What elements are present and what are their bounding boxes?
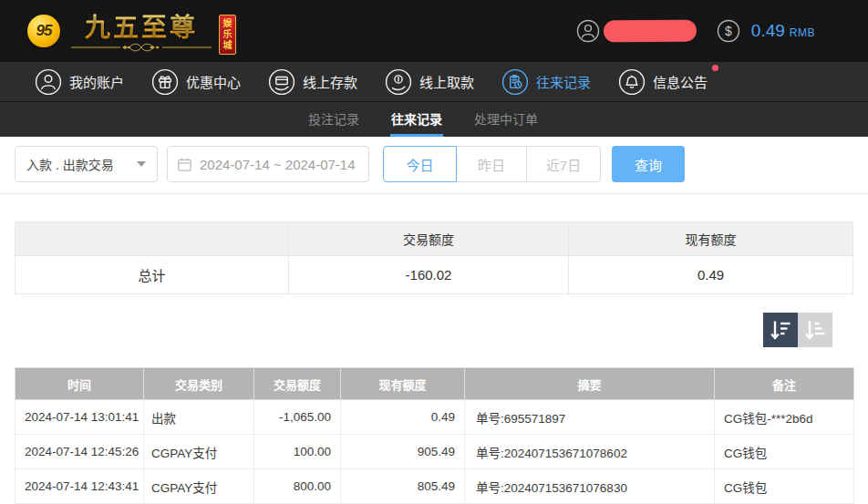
summary-header-row: 交易额度 现有额度 <box>16 222 853 256</box>
header-balance: 现有额度 <box>341 368 465 400</box>
summary-header-empty <box>16 222 289 256</box>
table-row: 2024-07-14 12:45:26 CGPAY支付 100.00 905.4… <box>16 435 854 469</box>
withdraw-icon <box>385 68 412 96</box>
logo-95-icon: 95 <box>27 15 60 47</box>
balance-currency: RMB <box>790 26 815 39</box>
account-icon <box>35 68 62 96</box>
transaction-type-value: 入款 . 出款交易 <box>26 155 114 173</box>
cell-amount: -1,065.00 <box>254 400 341 435</box>
deposit-icon <box>268 68 295 96</box>
account-balance-area: $ 0.49 RMB <box>576 19 815 43</box>
table-row: 2024-07-14 12:43:41 CGPAY支付 800.00 805.4… <box>16 469 854 504</box>
summary-header-balance: 现有额度 <box>569 222 853 256</box>
nav-item-transaction-records[interactable]: 往来记录 <box>501 68 591 96</box>
sort-controls <box>15 313 832 347</box>
date-range-input[interactable]: 2024-07-14 ~ 2024-07-14 <box>167 146 369 182</box>
quick-date-group: 今日 昨日 近7日 <box>383 146 601 182</box>
date-range-value: 2024-07-14 ~ 2024-07-14 <box>200 157 356 172</box>
summary-total-label: 总计 <box>16 256 289 294</box>
header-amount: 交易额度 <box>254 368 341 400</box>
summary-table: 交易额度 现有额度 总计 -160.02 0.49 <box>15 221 853 294</box>
nav-label: 信息公告 <box>653 72 708 91</box>
nav-label: 线上存款 <box>303 72 357 91</box>
notification-dot <box>712 65 718 71</box>
query-button[interactable]: 查询 <box>612 146 685 182</box>
calendar-icon <box>177 157 192 172</box>
content-area: 入款 . 出款交易 2024-07-14 ~ 2024-07-14 今日 昨日 … <box>0 137 868 504</box>
section-divider <box>0 193 868 194</box>
cell-amount: 100.00 <box>254 435 341 469</box>
sort-descending-button[interactable] <box>763 313 798 347</box>
dollar-icon: $ <box>717 19 740 43</box>
user-icon <box>576 19 600 43</box>
chevron-down-icon <box>137 161 146 167</box>
cell-summary: 单号:202407153671076830 <box>465 469 715 504</box>
cell-balance: 905.49 <box>341 435 465 469</box>
sort-ascending-icon <box>803 318 827 342</box>
nav-item-my-account[interactable]: 我的账户 <box>35 68 124 96</box>
summary-total-transaction: -160.02 <box>289 256 569 294</box>
cell-balance: 805.49 <box>341 469 465 504</box>
balance-amount: 0.49 <box>751 21 785 41</box>
records-table: 时间 交易类别 交易额度 现有额度 摘要 备注 2024-07-14 13:01… <box>15 367 854 504</box>
sort-descending-icon <box>769 318 792 342</box>
username-redaction <box>604 20 697 43</box>
records-icon <box>501 68 529 96</box>
records-header-row: 时间 交易类别 交易额度 现有额度 摘要 备注 <box>16 368 854 400</box>
cell-balance: 0.49 <box>341 400 465 435</box>
svg-text:$: $ <box>725 24 732 38</box>
cell-time: 2024-07-14 12:43:41 <box>16 469 144 504</box>
nav-label: 优惠中心 <box>186 72 241 91</box>
sort-ascending-button[interactable] <box>798 313 832 347</box>
cell-remark: CG钱包 <box>715 435 854 469</box>
cell-type: CGPAY支付 <box>144 469 254 504</box>
summary-total-balance: 0.49 <box>569 256 853 294</box>
tab-bet-records[interactable]: 投注记录 <box>307 102 360 137</box>
cell-type: CGPAY支付 <box>144 435 254 469</box>
topbar: 95 九五至尊 娱乐城 $ <box>0 0 868 62</box>
cell-time: 2024-07-14 13:01:41 <box>16 400 144 435</box>
nav-item-promotions[interactable]: 优惠中心 <box>151 68 241 96</box>
logo-text-column: 九五至尊 <box>69 7 213 53</box>
logo-badge: 娱乐城 <box>219 15 236 55</box>
tab-transaction-records[interactable]: 往来记录 <box>390 102 443 137</box>
header-summary: 摘要 <box>465 368 715 400</box>
cell-remark: CG钱包-***2b6d <box>715 400 854 435</box>
logo-flourish-icon <box>69 42 213 53</box>
nav-label: 我的账户 <box>69 72 124 91</box>
promo-icon <box>151 68 179 96</box>
summary-header-transaction: 交易额度 <box>289 222 569 256</box>
nav-item-deposit[interactable]: 线上存款 <box>268 68 357 96</box>
last7days-button[interactable]: 近7日 <box>526 146 601 182</box>
cell-amount: 800.00 <box>254 469 341 504</box>
nav-item-withdraw[interactable]: 线上取款 <box>385 68 474 96</box>
transaction-type-select[interactable]: 入款 . 出款交易 <box>15 146 158 182</box>
nav-item-announcements[interactable]: 信息公告 <box>618 68 708 96</box>
bell-icon <box>618 68 646 96</box>
tab-pending-orders[interactable]: 处理中订单 <box>473 102 539 137</box>
header-time: 时间 <box>16 368 144 400</box>
cell-type: 出款 <box>144 400 254 435</box>
site-logo[interactable]: 95 九五至尊 娱乐城 <box>27 7 236 55</box>
main-navbar: 我的账户 优惠中心 线上存款 线上取款 <box>0 62 868 102</box>
nav-label: 线上取款 <box>419 72 474 91</box>
logo-title: 九五至尊 <box>85 13 198 44</box>
cell-summary: 单号:695571897 <box>465 400 715 435</box>
yesterday-button[interactable]: 昨日 <box>456 146 527 182</box>
header-remark: 备注 <box>715 368 854 400</box>
table-row: 2024-07-14 13:01:41 出款 -1,065.00 0.49 单号… <box>16 400 854 435</box>
header-type: 交易类别 <box>144 368 254 400</box>
summary-total-row: 总计 -160.02 0.49 <box>16 256 853 294</box>
cell-summary: 单号:202407153671078602 <box>465 435 715 469</box>
filter-row: 入款 . 出款交易 2024-07-14 ~ 2024-07-14 今日 昨日 … <box>15 146 853 182</box>
cell-remark: CG钱包 <box>715 469 854 504</box>
today-button[interactable]: 今日 <box>383 146 457 182</box>
nav-label: 往来记录 <box>536 72 591 91</box>
cell-time: 2024-07-14 12:45:26 <box>16 435 144 469</box>
subtab-bar: 投注记录 往来记录 处理中订单 <box>0 102 868 137</box>
